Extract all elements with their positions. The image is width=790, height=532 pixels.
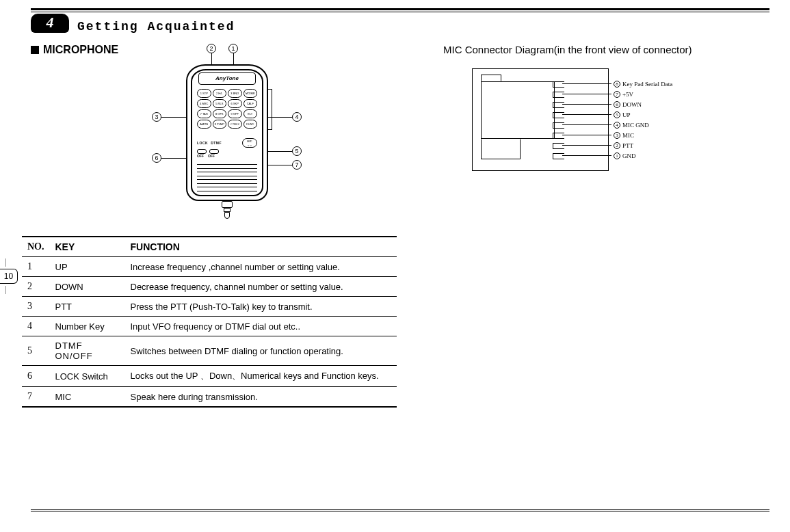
pin-number-circle: 2: [614, 142, 620, 149]
callout-6: 6: [152, 153, 161, 163]
pin-label: DOWN: [622, 101, 642, 108]
pin-label: MIC: [622, 132, 634, 139]
mic-brand-label: AnyTone: [198, 72, 256, 85]
top-rule: [31, 8, 769, 12]
connector-jack-outline: [481, 75, 557, 166]
cell-no: 2: [22, 277, 50, 297]
chapter-header: 4 Getting Acquainted: [31, 17, 235, 36]
table-row: 4Number KeyInput VFO frequency or DTMF d…: [22, 317, 397, 336]
pin-lead-line: [562, 145, 611, 146]
mic-plug-icon: [219, 201, 235, 219]
keypad-key: FUNC: [243, 120, 258, 129]
off-label: OFF: [197, 154, 204, 158]
table-row: 7MICSpeak here during transmission.: [22, 387, 397, 408]
bracket-icon: [268, 89, 272, 130]
section-bullet-icon: [31, 46, 39, 54]
pin-number-circle: 5: [614, 111, 620, 118]
lock-switch-icon: [197, 149, 207, 154]
cell-function: Press the PTT (Push-TO-Talk) key to tran…: [125, 297, 397, 317]
callout-5: 5: [292, 146, 302, 156]
callout-2: 2: [207, 44, 216, 53]
connector-pin-row: 3MIC: [562, 130, 699, 140]
table-row: 3PTTPress the PTT (Push-TO-Talk) key to …: [22, 297, 397, 317]
connector-figure: 8Key Pad Serial Data7+5V6DOWN5UP4MIC GND…: [472, 68, 705, 185]
cell-key: UP: [50, 257, 125, 277]
dtmf-label: DTMF: [211, 141, 222, 145]
keypad-key: 1 STP SET: [197, 89, 211, 98]
keypad-key: 2 H/L TSQ: [213, 89, 227, 98]
cell-function: Input VFO frequency or DTMF dial out etc…: [125, 317, 397, 336]
cell-key: DOWN: [50, 277, 125, 297]
keypad-key: 6 SKP SVC: [228, 99, 242, 108]
cell-key: Number Key: [50, 317, 125, 336]
keypad-key: CALF CALL: [243, 99, 258, 108]
pin-number-circle: 3: [614, 132, 620, 139]
cell-key: DTMF ON/OFF: [50, 336, 125, 366]
connector-pin-row: 1GND: [562, 150, 699, 161]
cell-function: Locks out the UP 、Down、Numerical keys an…: [125, 366, 397, 387]
section-title: MICROPHONE: [43, 44, 118, 57]
pin-label: MIC GND: [622, 122, 649, 129]
keypad-key: ELT SCAL: [243, 109, 258, 118]
chapter-title: Getting Acquainted: [77, 20, 235, 34]
callout-1: 1: [228, 44, 238, 53]
connector-pin-row: 8Key Pad Serial Data: [562, 79, 699, 89]
mic-lower-controls: LOCK DTMF MIC○ ○ OFF OFF: [197, 138, 257, 158]
cell-no: 1: [22, 257, 50, 277]
th-function: FUNCTION: [125, 237, 397, 257]
chapter-number-tab: 4: [31, 14, 69, 33]
pin-label: Key Pad Serial Data: [622, 81, 672, 88]
callout-3: 3: [152, 112, 161, 122]
cell-key: MIC: [50, 387, 125, 408]
pin-lead-line: [562, 114, 611, 115]
mic-grille: [197, 163, 257, 193]
cell-function: Switches between DTMF dialing or functio…: [125, 336, 397, 366]
callout-4: 4: [292, 112, 302, 122]
connector-diagram-title: MIC Connector Diagram(in the front view …: [443, 44, 692, 55]
keypad-key: 9 OFF SFT: [228, 109, 242, 118]
keypad-key: 7 TAG TOT: [197, 109, 211, 118]
pin-number-circle: 7: [614, 91, 620, 98]
keypad-key: 8 OFS REV: [213, 109, 227, 118]
pin-number-circle: 4: [614, 122, 620, 129]
keypad-key: AMON BMON: [197, 120, 211, 129]
cell-no: 3: [22, 297, 50, 317]
pin-lead-line: [562, 104, 611, 105]
connector-pin-row: 2PTT: [562, 140, 699, 150]
section-header: MICROPHONE: [31, 44, 118, 56]
cell-no: 6: [22, 366, 50, 387]
cell-no: 7: [22, 387, 50, 408]
cell-key: PTT: [50, 297, 125, 317]
cell-function: Increase frequency ,channel number or se…: [125, 257, 397, 277]
connector-pin-row: 6DOWN: [562, 99, 699, 109]
cell-function: Speak here during transmission.: [125, 387, 397, 408]
connector-pin-list: 8Key Pad Serial Data7+5V6DOWN5UP4MIC GND…: [562, 79, 699, 161]
keypad-key: 3 BND TSC: [228, 89, 242, 98]
page-number-tab: 10: [0, 269, 18, 284]
pin-lead-line: [562, 135, 611, 135]
pin-number-circle: 1: [614, 152, 620, 159]
cell-no: 4: [22, 317, 50, 336]
mic-hole: MIC○ ○: [242, 138, 257, 148]
function-table-body: 1UPIncrease frequency ,channel number or…: [22, 257, 397, 408]
mic-keypad: 1 STP SET 2 H/L TSQ 3 BND TSC MO/MR 4 MS…: [197, 89, 257, 129]
pin-lead-line: [562, 155, 611, 156]
connector-pin-row: 4MIC GND: [562, 120, 699, 130]
pin-label: GND: [622, 152, 636, 159]
table-row: 2DOWNDecrease frequency, channel number …: [22, 277, 397, 297]
keypad-key: 5 RLS BSY: [213, 99, 227, 108]
connector-pin-row: 5UP: [562, 109, 699, 120]
keypad-key: 4 MSC SQL: [197, 99, 211, 108]
bottom-rule: [31, 509, 769, 511]
th-key: KEY: [50, 237, 125, 257]
dtmf-switch-icon: [209, 149, 219, 154]
table-row: 5DTMF ON/OFFSwitches between DTMF dialin…: [22, 336, 397, 366]
cell-no: 5: [22, 336, 50, 366]
keypad-key: 0 PLMP MUTE: [213, 120, 227, 129]
lock-label: LOCK: [197, 141, 208, 145]
microphone-body: AnyTone 1 STP SET 2 H/L TSQ 3 BND TSC MO…: [186, 64, 268, 201]
pin-lead-line: [562, 83, 611, 84]
off-label: OFF: [208, 154, 215, 158]
th-no: NO.: [22, 237, 50, 257]
keypad-key: # TBLX CANC: [228, 120, 242, 129]
